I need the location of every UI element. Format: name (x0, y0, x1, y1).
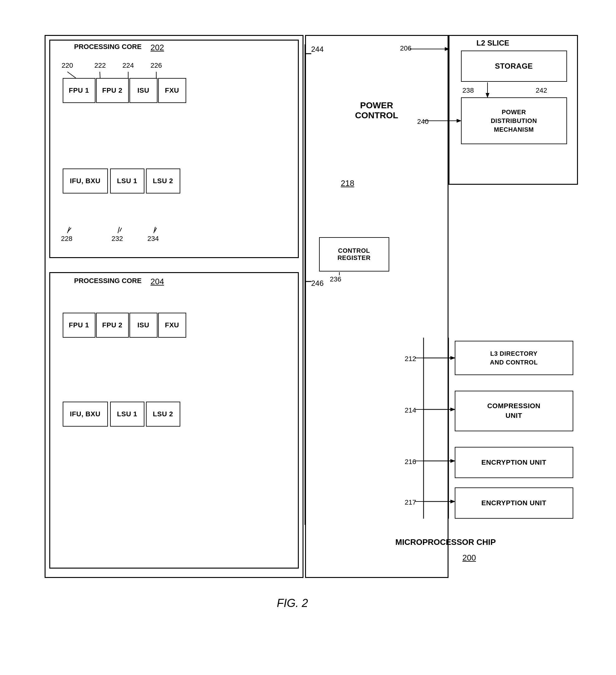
encryption-unit-1-box: ENCRYPTION UNIT (455, 447, 573, 478)
ref-246: 246 (311, 279, 324, 288)
figure-caption: FIG. 2 (246, 597, 339, 610)
ref-218: 218 (341, 178, 354, 188)
ifu-bxu-core2: IFU, BXU (63, 402, 108, 427)
ref-216: 216 (405, 458, 416, 466)
ref-238: 238 (462, 86, 474, 94)
l3-directory-box: L3 DIRECTORYAND CONTROL (455, 341, 573, 375)
ref-224: 224 (122, 62, 134, 70)
ref-244: 244 (311, 45, 324, 54)
ref-242: 242 (536, 86, 547, 94)
chip-label: MICROPROCESSOR CHIP (395, 537, 496, 547)
ref-236: 236 (330, 275, 342, 283)
processing-core-1-label: PROCESSING CORE (74, 43, 142, 51)
ref-214: 214 (405, 406, 416, 415)
fpu1-core1: FPU 1 (63, 78, 95, 103)
isu-core1: ISU (129, 78, 158, 103)
processing-core-1-ref: 202 (151, 43, 164, 53)
lsu1-core1: LSU 1 (110, 168, 145, 194)
lsu2-core2: LSU 2 (146, 402, 180, 427)
encryption-unit-2-box: ENCRYPTION UNIT (455, 487, 573, 519)
fxu-core1: FXU (158, 78, 186, 103)
fpu2-core2: FPU 2 (96, 313, 129, 338)
lsu2-core1: LSU 2 (146, 168, 180, 194)
ref-222: 222 (94, 62, 106, 70)
isu-core2: ISU (129, 313, 158, 338)
ref-240: 240 (417, 118, 429, 126)
chip-ref: 200 (462, 553, 476, 562)
ref-226: 226 (151, 62, 162, 70)
fpu1-core2: FPU 1 (63, 313, 95, 338)
storage-box: STORAGE (461, 51, 567, 82)
ref-228: 228 (61, 235, 73, 243)
ref-234: 234 (148, 235, 159, 243)
processing-core-2-label: PROCESSING CORE (74, 277, 142, 285)
power-control-label: POWERCONTROL (333, 100, 421, 121)
processing-core-1-inner (49, 40, 299, 258)
ref-220: 220 (62, 62, 73, 70)
fpu2-core1: FPU 2 (96, 78, 129, 103)
ifu-bxu-core1: IFU, BXU (63, 168, 108, 194)
ref-206: 206 (400, 44, 412, 53)
power-dist-box: POWERDISTRIBUTIONMECHANISM (461, 97, 567, 144)
compression-unit-box: COMPRESSIONUNIT (455, 391, 573, 431)
control-register-box: CONTROLREGISTER (319, 237, 389, 272)
fxu-core2: FXU (158, 313, 186, 338)
ref-232: 232 (112, 235, 123, 243)
ref-217: 217 (405, 498, 416, 507)
processing-core-2-ref: 204 (151, 277, 164, 287)
l2-slice-label: L2 SLICE (476, 39, 509, 48)
ref-212: 212 (405, 355, 416, 363)
lsu1-core2: LSU 1 (110, 402, 145, 427)
